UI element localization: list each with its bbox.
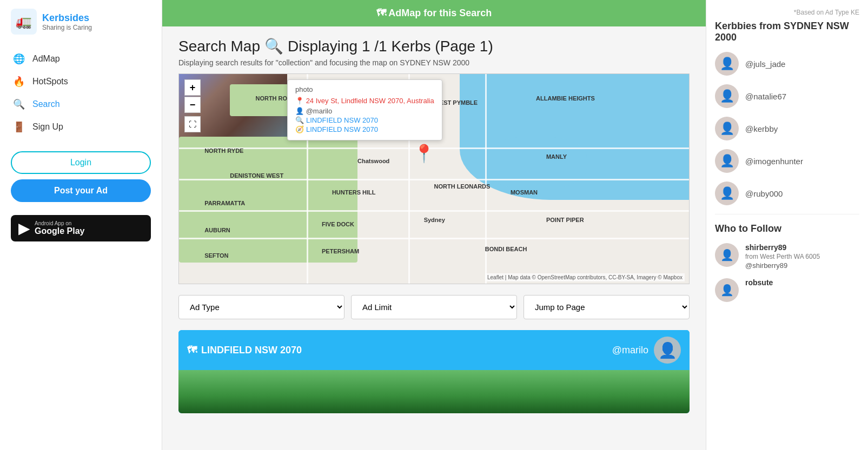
jump-to-page-select[interactable]: Jump to Page — [524, 295, 690, 319]
label-bondi: BONDI BEACH — [485, 246, 527, 252]
ad-type-select[interactable]: Ad Type — [178, 295, 344, 319]
kerrby-item-4: 👤 @imogenhunter — [715, 149, 859, 173]
login-button[interactable]: Login — [11, 151, 151, 174]
label-mosman: MOSMAN — [511, 189, 538, 196]
follow-name-1: shirberry89 — [745, 243, 820, 252]
map-zoom-out[interactable]: − — [184, 97, 201, 113]
kerrby-avatar-3: 👤 — [715, 117, 739, 140]
sidebar-item-label-hotspots: HotSpots — [32, 77, 68, 86]
map-zoom-in[interactable]: + — [184, 79, 201, 96]
content-area: Search Map 🔍 Displaying 1 /1 Kerbs (Page… — [162, 26, 706, 450]
kerrby-name-4: @imogenhunter — [745, 157, 803, 166]
kerrby-avatar-5: 👤 — [715, 182, 739, 205]
location-pin-icon: 📍 — [295, 97, 304, 105]
user-icon: 👤 — [295, 107, 304, 115]
label-denistone: DENISTONE WEST — [230, 172, 283, 179]
map-tile-area: NORTH ROCKS EPPING WEST PYMBLE ALLAMBIE … — [179, 74, 689, 284]
kerb-card-image — [178, 370, 690, 413]
filters-row: Ad Type Ad Limit Jump to Page — [178, 295, 690, 319]
follow-handle-1: @shirberry89 — [745, 261, 820, 270]
sidebar-item-signup[interactable]: 🚪 Sign Up — [0, 116, 162, 138]
kerb-card-image-content — [178, 370, 690, 413]
based-on-label: *Based on Ad Type KE — [715, 9, 859, 21]
kerrby-item-2: 👤 @natalie67 — [715, 84, 859, 108]
map-popup-address: 📍 24 Ivey St, Lindfield NSW 2070, Austra… — [295, 97, 434, 105]
sidebar-buttons: Login Post your Ad — [0, 143, 162, 211]
search-header: Search Map 🔍 Displaying 1 /1 Kerbs (Page… — [178, 37, 690, 55]
kerrby-item-1: 👤 @juls_jade — [715, 52, 859, 76]
main-content: 🗺 AdMap for this Search Search Map 🔍 Dis… — [162, 0, 706, 450]
search-map-label: Search Map — [178, 38, 260, 55]
avatar-icon: 👤 — [658, 341, 677, 359]
label-chatswood: Chatswood — [357, 158, 389, 164]
admap-bar-label: 🗺 AdMap for this Search — [376, 8, 492, 18]
map-road-h2 — [179, 179, 689, 180]
map-water-inner — [485, 137, 587, 189]
search-map-title-suffix: Displaying 1 /1 Kerbs (Page 1) — [288, 38, 493, 55]
label-five-dock: FIVE DOCK — [322, 221, 354, 227]
map-road-h4 — [179, 238, 689, 239]
label-sydney: Sydney — [424, 217, 445, 223]
label-auburn: AUBURN — [204, 227, 230, 233]
post-ad-button[interactable]: Post your Ad — [11, 179, 151, 202]
kerb-card: 🗺 LINDFIELD NSW 2070 @marilo 👤 — [178, 330, 690, 413]
kerrby-avatar-4: 👤 — [715, 149, 739, 173]
hotspots-icon: 🔥 — [13, 76, 25, 88]
google-play-button[interactable]: ▶ Android App on Google Play — [11, 215, 151, 241]
map-controls: + − ⛶ — [184, 79, 201, 132]
sidebar-item-label-signup: Sign Up — [32, 122, 63, 132]
ad-limit-select[interactable]: Ad Limit — [351, 295, 517, 319]
kerrby-avatar-2: 👤 — [715, 84, 739, 108]
label-parramatta: PARRAMATTA — [204, 200, 245, 206]
label-petersham: PETERSHAM — [322, 248, 359, 254]
follow-avatar-2: 👤 — [715, 278, 739, 302]
label-point-piper: POINT PIPER — [546, 217, 584, 223]
google-play-icon: ▶ — [18, 219, 30, 237]
map-popup-search-link[interactable]: 🔍 LINDFIELD NSW 2070 — [295, 116, 434, 124]
map-container: NORTH ROCKS EPPING WEST PYMBLE ALLAMBIE … — [178, 73, 690, 284]
label-sefton: SEFTON — [204, 252, 228, 259]
map-road-h3 — [179, 210, 689, 212]
google-play-text: Android App on Google Play — [35, 220, 84, 236]
kerrby-name-2: @natalie67 — [745, 92, 786, 101]
follow-item-2: 👤 robsute — [715, 278, 859, 302]
kerb-card-avatar: 👤 — [654, 337, 681, 364]
kerb-card-location: 🗺 LINDFIELD NSW 2070 — [187, 345, 302, 356]
who-to-follow-title: Who to Follow — [715, 223, 859, 234]
sidebar-item-hotspots[interactable]: 🔥 HotSpots — [0, 70, 162, 93]
follow-avatar-1: 👤 — [715, 243, 739, 267]
sidebar-item-label-admap: AdMap — [32, 54, 60, 64]
divider-1 — [715, 214, 859, 214]
kerrby-item-5: 👤 @ruby000 — [715, 182, 859, 205]
map-popup-nav-link[interactable]: 🧭 LINDFIELD NSW 2070 — [295, 125, 434, 133]
sidebar-item-label-search: Search — [32, 99, 60, 109]
brand-name: Kerbsides — [42, 12, 92, 24]
kerrby-name-1: @juls_jade — [745, 59, 785, 69]
kerrby-name-3: @kerbby — [745, 124, 778, 133]
kerrby-name-5: @ruby000 — [745, 189, 783, 198]
map-fullscreen-button[interactable]: ⛶ — [184, 116, 201, 132]
label-manly: MANLY — [546, 153, 567, 160]
follow-info-2: robsute — [745, 278, 773, 287]
sidebar-item-admap[interactable]: 🌐 AdMap — [0, 48, 162, 70]
sidebar: 🚛 Kerbsides Sharing is Caring 🌐 AdMap 🔥 … — [0, 0, 162, 450]
signup-icon: 🚪 — [13, 121, 25, 133]
sidebar-item-search[interactable]: 🔍 Search — [0, 93, 162, 116]
kerbbies-title: Kerbbies from SYDNEY NSW 2000 — [715, 21, 859, 43]
follow-location-1: from West Perth WA 6005 — [745, 253, 820, 260]
kerrby-item-3: 👤 @kerbby — [715, 117, 859, 140]
android-label: Android App on — [35, 220, 84, 226]
logo-text: Kerbsides Sharing is Caring — [42, 12, 92, 31]
admap-bar[interactable]: 🗺 AdMap for this Search — [162, 0, 706, 26]
sidebar-nav: 🌐 AdMap 🔥 HotSpots 🔍 Search 🚪 Sign Up — [0, 43, 162, 143]
map-popup-user: 👤 @marilo — [295, 107, 434, 115]
label-north-leonards: NORTH LEONARDS — [434, 183, 491, 190]
map-popup: photo 📍 24 Ivey St, Lindfield NSW 2070, … — [287, 79, 442, 140]
search-link-icon: 🔍 — [295, 116, 304, 124]
kerb-card-header: 🗺 LINDFIELD NSW 2070 @marilo 👤 — [178, 330, 690, 370]
follow-info-1: shirberry89 from West Perth WA 6005 @shi… — [745, 243, 820, 270]
search-nav-icon: 🔍 — [13, 98, 25, 110]
map-location-pin: 📍 — [413, 143, 435, 164]
map-card-icon: 🗺 — [187, 345, 197, 356]
map-attribution: Leaflet | Map data © OpenStreetMap contr… — [485, 273, 685, 281]
